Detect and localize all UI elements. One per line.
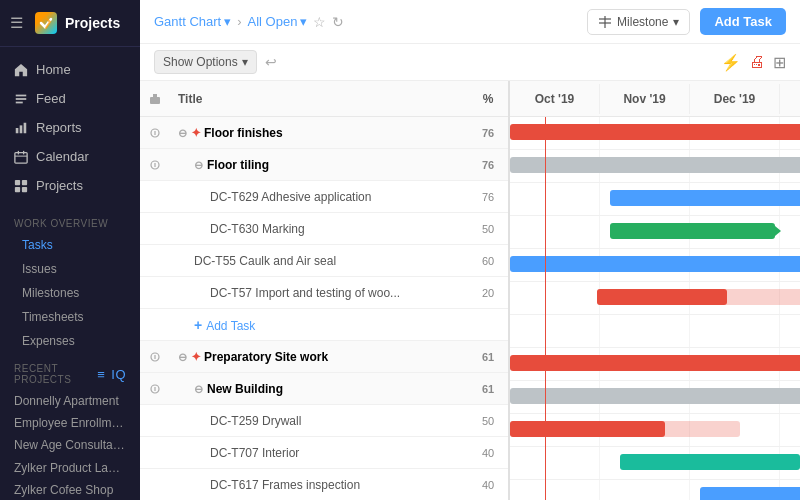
row-pct: 20 xyxy=(468,287,508,299)
chart-cell xyxy=(510,216,600,248)
add-task-button[interactable]: Add Task xyxy=(700,8,786,35)
svg-rect-0 xyxy=(16,94,27,96)
gantt-row-prep-site: ⊖✦Preparatory Site work61 xyxy=(140,341,508,373)
gantt-bar[interactable] xyxy=(510,157,800,173)
gantt-bar[interactable] xyxy=(610,190,800,206)
chart-cell xyxy=(600,480,690,500)
app-logo xyxy=(35,12,57,34)
row-title: DC-T55 Caulk and Air seal xyxy=(170,254,468,268)
chart-cell xyxy=(780,315,800,347)
chart-row-new-building xyxy=(510,381,800,414)
milestone-button[interactable]: Milestone ▾ xyxy=(587,9,690,35)
sidebar-item-calendar[interactable]: Calendar xyxy=(0,142,140,171)
sidebar-sub-milestones[interactable]: Milestones xyxy=(0,281,140,305)
sidebar-item-reports[interactable]: Reports xyxy=(0,113,140,142)
chart-row-prep-site xyxy=(510,348,800,381)
sidebar-sub-expenses[interactable]: Expenses xyxy=(0,329,140,353)
row-title: DC-T259 Drywall xyxy=(170,414,468,428)
sidebar-item-feed[interactable]: Feed xyxy=(0,84,140,113)
gantt-bar[interactable] xyxy=(510,355,800,371)
chart-row-dc-t259 xyxy=(510,414,800,447)
gantt-bar[interactable] xyxy=(510,256,800,272)
gantt-row-add-task-1[interactable]: +Add Task xyxy=(140,309,508,341)
gantt-bar[interactable] xyxy=(620,454,800,470)
undo-button[interactable]: ↩ xyxy=(265,54,277,70)
gantt-row-dc-t617: DC-T617 Frames inspection40 xyxy=(140,469,508,500)
recent-project-employee[interactable]: Employee Enrollmen... xyxy=(0,411,140,433)
milestone-icon xyxy=(598,15,612,29)
star-icon[interactable]: ☆ xyxy=(313,14,326,30)
gantt-bar[interactable] xyxy=(510,388,800,404)
svg-rect-12 xyxy=(15,186,20,191)
row-title: DC-T630 Marking xyxy=(170,222,468,236)
gantt-month-headers: Oct '19Nov '19Dec '19Jan '20Feb '20Mar '… xyxy=(510,81,800,117)
show-options-button[interactable]: Show Options ▾ xyxy=(154,50,257,74)
topbar-actions: Milestone ▾ Add Task xyxy=(587,8,786,35)
sidebar: ☰ Projects Home Feed Reports Calendar xyxy=(0,0,140,500)
month-header-oct19: Oct '19 xyxy=(510,84,600,114)
chart-cell xyxy=(780,216,800,248)
svg-rect-4 xyxy=(20,125,23,133)
gantt-bar[interactable] xyxy=(610,223,775,239)
svg-rect-2 xyxy=(16,101,23,103)
row-pct: 50 xyxy=(468,223,508,235)
chart-row-dc-t55 xyxy=(510,249,800,282)
row-title: DC-T57 Import and testing of woo... xyxy=(170,286,468,300)
chart-cell xyxy=(780,414,800,446)
gantt-chart-link[interactable]: Gantt Chart ▾ xyxy=(154,14,231,29)
filter-icon[interactable]: ⚡ xyxy=(721,53,741,72)
gantt-bar-bg xyxy=(597,289,800,305)
toolbar: Show Options ▾ ↩ ⚡ 🖨 ⊞ xyxy=(140,44,800,81)
chart-row-add-task-1 xyxy=(510,315,800,348)
row-pin xyxy=(140,384,170,394)
gantt-row-dc-t57: DC-T57 Import and testing of woo...20 xyxy=(140,277,508,309)
row-pct: 50 xyxy=(468,415,508,427)
work-overview-label: WORK OVERVIEW xyxy=(0,208,140,233)
svg-rect-3 xyxy=(16,128,19,133)
gantt-bar[interactable] xyxy=(510,124,800,140)
gantt-row-dc-t629: DC-T629 Adhesive application76 xyxy=(140,181,508,213)
toolbar-right-icons: ⚡ 🖨 ⊞ xyxy=(721,53,786,72)
title-header: Title xyxy=(170,92,468,106)
refresh-icon[interactable]: ↻ xyxy=(332,14,344,30)
chart-cell xyxy=(690,315,780,347)
row-title: DC-T617 Frames inspection xyxy=(170,478,468,492)
sidebar-item-projects[interactable]: Projects xyxy=(0,171,140,200)
svg-rect-10 xyxy=(15,179,20,184)
gantt-row-dc-t630: DC-T630 Marking50 xyxy=(140,213,508,245)
row-title: DC-T629 Adhesive application xyxy=(170,190,468,204)
sidebar-sub-issues[interactable]: Issues xyxy=(0,257,140,281)
recent-project-zylker-launch[interactable]: Zylker Product Laun... xyxy=(0,456,140,478)
row-title: +Add Task xyxy=(170,317,468,333)
chart-row-dc-t630 xyxy=(510,216,800,249)
hamburger-icon[interactable]: ☰ xyxy=(10,14,23,32)
row-title: DC-T707 Interior xyxy=(170,446,468,460)
fullscreen-icon[interactable]: ⊞ xyxy=(773,53,786,72)
chart-row-dc-t707 xyxy=(510,447,800,480)
gantt-rows: ⊖✦Floor finishes76⊖Floor tiling76DC-T629… xyxy=(140,117,508,500)
recent-project-zylker-coffee[interactable]: Zylker Cofee Shop xyxy=(0,478,140,500)
svg-rect-1 xyxy=(16,98,27,100)
sidebar-sub-tasks[interactable]: Tasks xyxy=(0,233,140,257)
gantt-bar[interactable] xyxy=(700,487,800,500)
topbar: Gantt Chart ▾ › All Open ▾ ☆ ↻ Milestone… xyxy=(140,0,800,44)
chart-row-floor-finishes xyxy=(510,117,800,150)
app-name: Projects xyxy=(65,15,120,31)
recent-project-donnelly[interactable]: Donnelly Apartment xyxy=(0,389,140,411)
export-icon[interactable]: 🖨 xyxy=(749,53,765,71)
row-pct: 40 xyxy=(468,479,508,491)
row-pct: 60 xyxy=(468,255,508,267)
sidebar-item-home[interactable]: Home xyxy=(0,55,140,84)
all-open-link[interactable]: All Open ▾ xyxy=(248,14,308,29)
chart-row-dc-t617 xyxy=(510,480,800,500)
pct-header: % xyxy=(468,92,508,106)
recent-project-newage[interactable]: New Age Consultan... xyxy=(0,433,140,455)
chart-cell xyxy=(510,447,600,479)
sidebar-sub-timesheets[interactable]: Timesheets xyxy=(0,305,140,329)
chart-cell xyxy=(510,282,600,314)
row-title: ⊖✦Floor finishes xyxy=(170,126,468,140)
gantt-row-dc-t55: DC-T55 Caulk and Air seal60 xyxy=(140,245,508,277)
chart-row-dc-t57 xyxy=(510,282,800,315)
gantt-row-dc-t259: DC-T259 Drywall50 xyxy=(140,405,508,437)
sidebar-nav: Home Feed Reports Calendar Projects xyxy=(0,47,140,208)
